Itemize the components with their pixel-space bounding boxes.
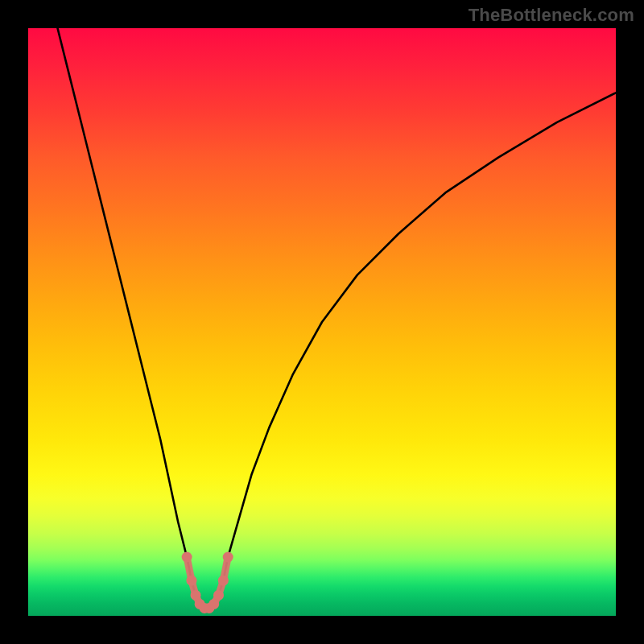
watermark-text: TheBottleneck.com <box>469 5 634 26</box>
minimum-marker-dot <box>186 576 196 586</box>
curve-layer <box>28 28 616 616</box>
minimum-marker-dot <box>213 590 224 601</box>
minimum-marker-dot <box>218 576 229 586</box>
minimum-marker-dot <box>182 552 192 563</box>
plot-area <box>28 28 616 616</box>
bottleneck-curve <box>58 28 617 609</box>
minimum-marker-dot <box>208 599 219 609</box>
chart-frame: TheBottleneck.com <box>0 0 644 644</box>
minimum-marker-dot <box>223 552 233 563</box>
